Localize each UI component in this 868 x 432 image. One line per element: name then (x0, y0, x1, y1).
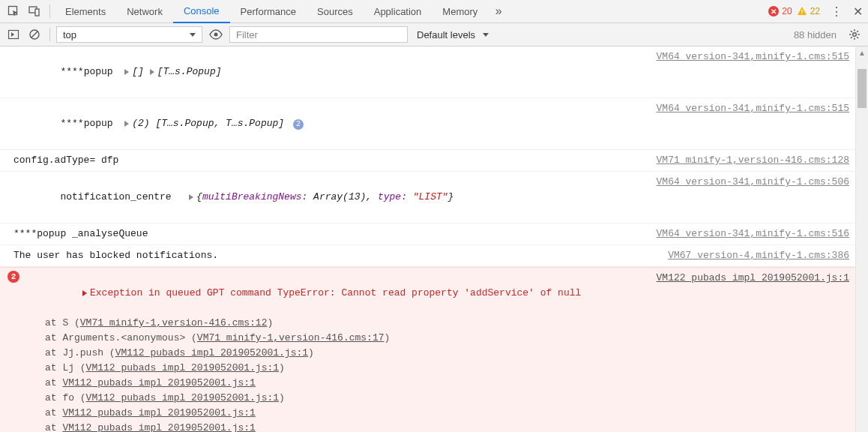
tab-network[interactable]: Network (116, 0, 173, 23)
expand-icon[interactable] (150, 69, 154, 75)
log-row[interactable]: ****popup (2) [T…s.Popup, T…s.Popup] 2 V… (0, 98, 855, 150)
svg-line-15 (857, 37, 858, 38)
svg-rect-4 (801, 14, 802, 14)
expand-icon[interactable] (124, 69, 129, 75)
vertical-scrollbar[interactable]: ▲ (855, 46, 868, 432)
log-row[interactable]: ****popup [] [T…s.Popup] VM64 version-34… (0, 46, 855, 98)
svg-line-17 (857, 31, 858, 32)
log-text: The user has blocked notifications. (13, 248, 668, 263)
expand-icon[interactable] (189, 194, 193, 200)
hidden-count[interactable]: 88 hidden (794, 29, 837, 40)
log-row[interactable]: notification_centre {multiBreakingNews: … (0, 172, 855, 224)
filter-placeholder: Filter (236, 29, 258, 40)
stack-line: at Arguments.<anonymous> (VM71 minify-1,… (24, 331, 849, 346)
tab-memory[interactable]: Memory (432, 0, 488, 23)
stack-link[interactable]: VM71 minify-1,version-416.cms:17 (197, 332, 385, 344)
stack-link[interactable]: VM112 pubads_impl_2019052001.js:1 (86, 362, 279, 374)
stack-trace: at S (VM71 minify-1,version-416.cms:12) … (24, 316, 849, 432)
stack-line: at Lj (VM112 pubads_impl_2019052001.js:1… (24, 361, 849, 376)
stack-tail: ) (279, 362, 285, 374)
source-link[interactable]: VM64 version-341,minify-1.cms:506 (657, 175, 849, 190)
source-link[interactable]: VM71 minify-1,version-416.cms:128 (657, 153, 849, 168)
live-expression-icon[interactable] (205, 29, 226, 40)
stack-line: at fo (VM112 pubads_impl_2019052001.js:1… (24, 391, 849, 406)
filter-input[interactable]: Filter (229, 26, 408, 43)
expand-icon[interactable] (82, 290, 87, 296)
tab-elements[interactable]: Elements (55, 0, 116, 23)
inspect-icon[interactable] (4, 2, 22, 20)
scroll-thumb[interactable] (858, 69, 867, 108)
svg-line-16 (851, 37, 852, 38)
tab-console[interactable]: Console (173, 0, 230, 23)
tab-performance[interactable]: Performance (230, 0, 307, 23)
device-toggle-icon[interactable] (25, 2, 43, 20)
clear-console-icon[interactable] (25, 26, 43, 44)
svg-point-9 (853, 33, 857, 37)
stack-link[interactable]: VM112 pubads_impl_2019052001.js:1 (62, 422, 255, 432)
stack-line: at VM112 pubads_impl_2019052001.js:1 (24, 406, 849, 421)
sidebar-toggle-icon[interactable] (4, 26, 22, 44)
console-messages: ****popup [] [T…s.Popup] VM64 version-34… (0, 46, 855, 432)
log-text: ****popup (60, 118, 112, 129)
source-link[interactable]: VM64 version-341,minify-1.cms:515 (657, 101, 849, 116)
svg-rect-3 (801, 10, 802, 13)
stack-tail: ) (308, 347, 314, 358)
stack-at: at (45, 407, 62, 418)
stack-link[interactable]: VM112 pubads_impl_2019052001.js:1 (86, 392, 279, 404)
log-count: (2) (132, 118, 149, 129)
repeat-badge: 2 (293, 119, 304, 130)
obj-close: } (448, 191, 454, 202)
svg-line-7 (31, 32, 37, 38)
log-text: config.adType= dfp (13, 153, 657, 168)
svg-point-8 (214, 33, 218, 37)
error-message: Exception in queued GPT command TypeErro… (90, 287, 581, 298)
stack-at: at (45, 422, 62, 432)
warning-badge-icon (797, 6, 807, 16)
stack-link[interactable]: VM112 pubads_impl_2019052001.js:1 (115, 347, 308, 358)
stack-tail: ) (267, 317, 273, 328)
tab-application[interactable]: Application (364, 0, 433, 23)
source-link[interactable]: VM64 version-341,minify-1.cms:515 (657, 50, 849, 64)
stack-tail: ) (279, 392, 285, 404)
stack-at: at Jj.push ( (45, 347, 115, 358)
settings-gear-icon[interactable] (846, 26, 864, 44)
stack-at: at Arguments.<anonymous> ( (45, 332, 197, 344)
expand-icon[interactable] (124, 121, 129, 127)
error-row[interactable]: 2 Exception in queued GPT command TypeEr… (0, 267, 855, 432)
stack-at: at (45, 377, 62, 388)
console-toolbar: top Filter Default levels 88 hidden (0, 23, 868, 46)
obj-key: type: (378, 191, 407, 202)
obj-val: Array(13), (307, 191, 378, 202)
close-devtools-icon[interactable]: ✕ (849, 2, 867, 20)
stack-tail: ) (384, 332, 390, 344)
source-link[interactable]: VM64 version-341,minify-1.cms:516 (657, 226, 849, 242)
svg-line-14 (851, 31, 852, 32)
source-link[interactable]: VM122 pubads_impl_2019052001.js:1 (657, 271, 849, 316)
context-value: top (63, 29, 76, 40)
warning-count[interactable]: 22 (797, 6, 820, 16)
stack-link[interactable]: VM112 pubads_impl_2019052001.js:1 (62, 407, 255, 418)
more-tabs-icon[interactable]: » (489, 2, 507, 20)
divider (49, 4, 50, 18)
stack-at: at fo ( (45, 392, 86, 404)
log-text: notification_centre (60, 191, 171, 202)
context-selector[interactable]: top (56, 26, 202, 43)
log-levels-selector[interactable]: Default levels (411, 26, 495, 43)
divider (49, 28, 50, 41)
stack-line: at VM112 pubads_impl_2019052001.js:1 (24, 421, 849, 432)
stack-line: at Jj.push (VM112 pubads_impl_2019052001… (24, 346, 849, 361)
error-count-value: 20 (782, 6, 792, 16)
log-row[interactable]: ****popup _analyseQueue VM64 version-341… (0, 224, 855, 245)
log-row[interactable]: config.adType= dfp VM71 minify-1,version… (0, 150, 855, 172)
stack-link[interactable]: VM71 minify-1,version-416.cms:12 (80, 317, 268, 328)
log-row[interactable]: The user has blocked notifications. VM67… (0, 245, 855, 267)
scroll-up-arrow[interactable]: ▲ (856, 46, 868, 59)
log-array: [] (132, 66, 144, 77)
kebab-menu-icon[interactable]: ⋮ (828, 2, 846, 20)
stack-link[interactable]: VM112 pubads_impl_2019052001.js:1 (62, 377, 255, 388)
error-count[interactable]: ✕ 20 (768, 6, 792, 16)
tab-sources[interactable]: Sources (307, 0, 364, 23)
obj-key: multiBreakingNews: (202, 191, 307, 202)
obj-open: { (196, 191, 202, 202)
source-link[interactable]: VM67 version-4,minify-1.cms:386 (668, 248, 849, 263)
